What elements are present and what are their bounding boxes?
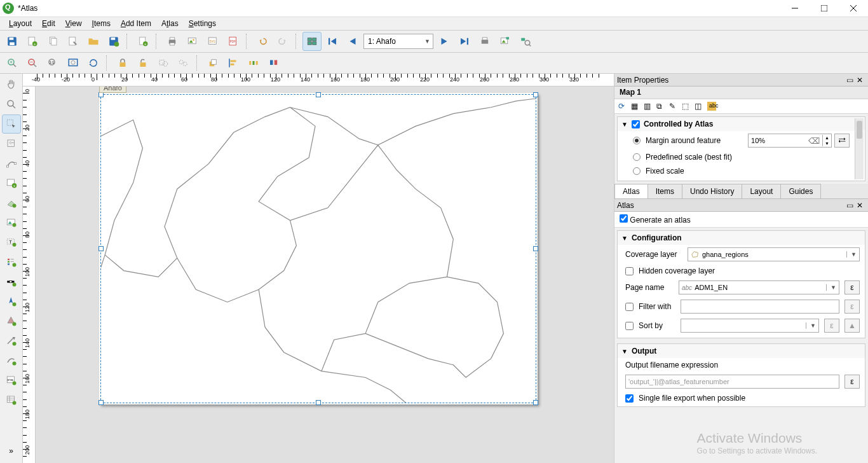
collapse-config-icon[interactable]: ▼ <box>621 235 628 242</box>
group-button[interactable] <box>154 53 173 73</box>
save-button[interactable] <box>3 32 22 51</box>
export-svg-button[interactable]: SVG <box>203 32 222 51</box>
refresh-map-icon[interactable]: ⟳ <box>618 102 627 111</box>
ungroup-button[interactable] <box>174 53 193 73</box>
refresh-button[interactable] <box>84 53 103 73</box>
add-page-button[interactable]: + <box>133 32 153 51</box>
tab-layout[interactable]: Layout <box>742 184 781 198</box>
tab-undo-history[interactable]: Undo History <box>682 184 742 198</box>
atlas-export-button[interactable] <box>496 32 515 51</box>
add-scalebar-tool[interactable] <box>2 272 21 291</box>
save-template-button[interactable] <box>104 32 123 51</box>
first-feature-button[interactable] <box>323 32 342 51</box>
minimize-button[interactable] <box>780 0 810 17</box>
maximize-button[interactable] <box>810 0 839 17</box>
duplicate-layout-button[interactable] <box>43 32 62 51</box>
single-file-checkbox[interactable] <box>625 394 634 403</box>
atlas-header[interactable]: Atlas ▭✕ <box>614 199 868 212</box>
tab-items[interactable]: Items <box>648 184 682 198</box>
select-tool[interactable] <box>2 114 21 134</box>
interactive-edit-icon[interactable]: ✎ <box>669 102 678 111</box>
layout-properties-button[interactable] <box>64 32 83 51</box>
coverage-layer-combo[interactable]: ghana_regions ▼ <box>688 247 860 261</box>
undock-atlas-icon[interactable]: ▭ <box>846 201 855 210</box>
zoom-in-button[interactable] <box>3 53 22 73</box>
move-content-tool[interactable] <box>2 134 21 153</box>
add-picture-tool[interactable] <box>2 213 21 232</box>
next-feature-button[interactable] <box>435 32 454 51</box>
spin-down-icon[interactable]: ▼ <box>823 141 831 146</box>
menu-view[interactable]: View <box>60 18 87 29</box>
add-table-tool[interactable] <box>2 390 21 410</box>
close-button[interactable] <box>839 0 868 17</box>
new-layout-button[interactable]: + <box>23 32 42 51</box>
add-label-tool[interactable]: T <box>2 233 21 252</box>
controlled-by-atlas-checkbox[interactable] <box>632 120 640 128</box>
add-northarrow-tool[interactable] <box>2 292 21 311</box>
close-atlas-icon[interactable]: ✕ <box>857 201 865 210</box>
align-left-button[interactable] <box>224 53 243 73</box>
menu-add-item[interactable]: Add Item <box>116 18 156 29</box>
page-name-combo[interactable]: abc ADM1_EN ▼ <box>679 280 839 294</box>
tab-guides[interactable]: Guides <box>780 184 821 198</box>
export-pdf-button[interactable]: PDF <box>224 32 243 51</box>
data-defined-button[interactable]: ⮂ <box>834 134 850 148</box>
resize-button[interactable] <box>264 53 283 73</box>
add-legend-tool[interactable] <box>2 252 21 272</box>
output-expr-button[interactable]: ε <box>844 375 860 389</box>
margin-spinbox[interactable]: 10% ⌫ ▲▼ <box>748 134 832 148</box>
lock-button[interactable] <box>113 53 132 73</box>
clear-icon[interactable]: ⌫ <box>806 136 822 146</box>
predef-scale-radio[interactable] <box>633 153 641 161</box>
item-properties-header[interactable]: Item Properties ▭✕ <box>614 74 868 86</box>
collapse-output-icon[interactable]: ▼ <box>621 348 628 355</box>
set-extent-icon[interactable]: ▦ <box>631 102 640 111</box>
menu-items[interactable]: Items <box>87 18 116 29</box>
menu-atlas[interactable]: Atlas <box>156 18 184 29</box>
layout-canvas[interactable]: Ahafo <box>36 86 614 463</box>
item-props-scrollbar[interactable] <box>855 118 864 179</box>
fixed-scale-radio[interactable] <box>633 167 641 175</box>
atlas-print-button[interactable] <box>475 32 494 51</box>
export-image-button[interactable] <box>183 32 202 51</box>
bookmark-icon[interactable]: ⧉ <box>656 102 665 111</box>
abc-icon[interactable]: abc <box>707 102 716 111</box>
menu-layout[interactable]: Layout <box>4 18 37 29</box>
add-shape-tool[interactable] <box>2 312 21 331</box>
page-name-expression-button[interactable]: ε <box>844 280 860 294</box>
distribute-button[interactable] <box>244 53 263 73</box>
unlock-button[interactable] <box>133 53 153 73</box>
add-3dmap-tool[interactable] <box>2 193 21 212</box>
edit-nodes-tool[interactable] <box>2 154 21 173</box>
view-extent-icon[interactable]: ▥ <box>644 102 653 111</box>
hidden-coverage-checkbox[interactable] <box>625 267 634 275</box>
output-expr-field[interactable]: 'output_'||@atlas_featurenumber <box>625 375 839 389</box>
add-arrow-tool[interactable] <box>2 331 21 350</box>
atlas-settings-button[interactable] <box>516 32 535 51</box>
zoom-full-button[interactable] <box>64 53 83 73</box>
undo-button[interactable] <box>253 32 272 51</box>
atlas-preview-button[interactable] <box>302 32 322 51</box>
toolbar-overfl-button[interactable]: » <box>2 441 21 460</box>
spin-up-icon[interactable]: ▲ <box>823 135 831 141</box>
generate-atlas-checkbox[interactable] <box>620 214 628 223</box>
map-item[interactable] <box>100 94 536 403</box>
add-map-tool[interactable]: + <box>2 174 21 193</box>
raise-button[interactable] <box>203 53 222 73</box>
add-nodeitem-tool[interactable] <box>2 351 21 370</box>
add-html-tool[interactable]: HTML <box>2 371 21 390</box>
menu-settings[interactable]: Settings <box>184 18 221 29</box>
close-panel-icon[interactable]: ✕ <box>857 76 865 85</box>
print-button[interactable] <box>163 32 182 51</box>
zoom-out-button[interactable] <box>23 53 42 73</box>
filter-checkbox[interactable] <box>625 303 634 311</box>
labeling-icon[interactable]: ⬚ <box>682 102 691 111</box>
prev-feature-button[interactable] <box>343 32 362 51</box>
pan-tool[interactable] <box>2 75 21 94</box>
tab-atlas[interactable]: Atlas <box>614 184 648 198</box>
zoom-actual-button[interactable]: 1:1 <box>43 53 62 73</box>
zoom-tool[interactable] <box>2 95 21 114</box>
undock-icon[interactable]: ▭ <box>846 76 855 85</box>
margin-radio[interactable] <box>633 137 641 144</box>
last-feature-button[interactable] <box>455 32 474 51</box>
